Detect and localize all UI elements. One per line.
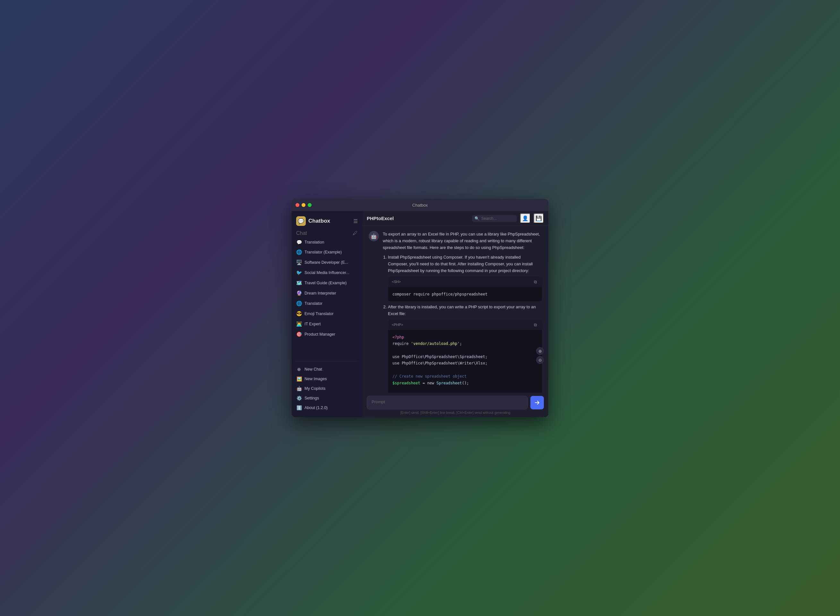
logo-emoji: 💬 bbox=[298, 218, 304, 224]
sidebar-section-label: Chat 🖊 bbox=[292, 229, 362, 238]
sidebar-item-label: Software Developer (E... bbox=[305, 260, 348, 265]
sidebar-item-translator[interactable]: 🌐 Translator bbox=[293, 298, 360, 309]
send-icon bbox=[535, 400, 539, 405]
sidebar-item-translator-example[interactable]: 🌐 Translator (Example) bbox=[293, 247, 360, 257]
expert-icon: 👨‍💻 bbox=[296, 321, 302, 327]
sidebar-header: 💬 Chatbox ☰ bbox=[292, 214, 362, 229]
sidebar-item-new-chat[interactable]: ⊕ New Chat bbox=[293, 364, 360, 374]
window-title: Chatbox bbox=[412, 203, 428, 208]
sidebar-item-it-expert[interactable]: 👨‍💻 IT Expert bbox=[293, 319, 360, 329]
input-area: [Enter] send, [Shift+Enter] line break, … bbox=[362, 393, 548, 417]
input-row bbox=[367, 396, 544, 409]
intro-text: To export an array to an Excel file in P… bbox=[383, 231, 542, 251]
sidebar-items: 💬 Translation 🌐 Translator (Example) 🖥️ … bbox=[292, 238, 362, 359]
sidebar-item-label: New Images bbox=[305, 377, 327, 381]
sidebar-divider bbox=[295, 361, 359, 361]
sidebar-item-label: Social Media Influencer... bbox=[305, 270, 349, 275]
message-body: To export an array to an Excel file in P… bbox=[383, 231, 542, 393]
sidebar-item-settings[interactable]: ⚙️ Settings bbox=[293, 393, 360, 403]
save-icon-button[interactable]: 💾 bbox=[534, 213, 544, 223]
code-lang-sh: <SH> bbox=[392, 279, 401, 285]
send-button[interactable] bbox=[531, 396, 544, 409]
sh-code: composer require phpoffice/phpspreadshee… bbox=[392, 292, 487, 296]
input-hint: [Enter] send, [Shift+Enter] line break, … bbox=[367, 409, 544, 415]
sidebar-item-social-media[interactable]: 🐦 Social Media Influencer... bbox=[293, 268, 360, 278]
search-box: 🔍 bbox=[472, 215, 517, 222]
avatar: 🤖 bbox=[369, 231, 379, 241]
person-icon-button[interactable]: 👤 bbox=[520, 213, 531, 223]
sidebar-item-label: My Copilots bbox=[305, 386, 325, 391]
chat-icon: 💬 bbox=[296, 240, 302, 245]
sidebar-item-software-dev[interactable]: 🖥️ Software Developer (E... bbox=[293, 257, 360, 268]
search-input[interactable] bbox=[481, 216, 515, 221]
main-header: PHPtoExcel 🔍 👤 💾 bbox=[362, 211, 548, 226]
scroll-controls: ⊕ ⊖ bbox=[536, 347, 544, 364]
sidebar-item-about[interactable]: ℹ️ About (1.2.0) bbox=[293, 403, 360, 412]
step2-text: After the library is installed, you can … bbox=[388, 305, 536, 316]
sidebar-logo: 💬 Chatbox bbox=[296, 216, 330, 226]
sidebar-item-label: Travel Guide (Example) bbox=[305, 281, 347, 285]
sidebar-item-label: New Chat bbox=[305, 367, 322, 371]
main-content: PHPtoExcel 🔍 👤 💾 🤖 To bbox=[362, 211, 548, 417]
chat-title: PHPtoExcel bbox=[367, 216, 469, 221]
code-lang-php: <PHP> bbox=[392, 322, 403, 328]
robot-icon: 🤖 bbox=[296, 386, 302, 391]
bird-icon: 🐦 bbox=[296, 270, 302, 276]
chat-area: 🤖 To export an array to an Excel file in… bbox=[362, 226, 548, 393]
sidebar-item-new-images[interactable]: 🖼️ New Images bbox=[293, 374, 360, 384]
sidebar-item-label: Dream Interpreter bbox=[305, 291, 336, 295]
minimize-button[interactable] bbox=[302, 203, 305, 207]
step-2: After the library is installed, you can … bbox=[388, 304, 542, 393]
sidebar-item-label: IT Expert bbox=[305, 322, 321, 326]
chat-wrapper: 🤖 To export an array to an Excel file in… bbox=[362, 226, 548, 393]
code-body-php: <?php require 'vendor/autoload.php'; use… bbox=[388, 330, 542, 393]
sidebar-item-translation[interactable]: 💬 Translation bbox=[293, 238, 360, 247]
image-icon: 🖼️ bbox=[296, 376, 302, 381]
code-body-sh: composer require phpoffice/phpspreadshee… bbox=[388, 287, 542, 301]
scroll-down-button[interactable]: ⊖ bbox=[536, 356, 544, 364]
app-window: Chatbox 💬 Chatbox ☰ Chat 🖊 💬 bbox=[292, 199, 548, 417]
sidebar-menu-icon[interactable]: ☰ bbox=[353, 218, 358, 224]
sidebar-item-label: Translation bbox=[305, 240, 324, 245]
app-body: 💬 Chatbox ☰ Chat 🖊 💬 Translation 🌐 Trans… bbox=[292, 211, 548, 417]
map-icon: 🗺️ bbox=[296, 280, 302, 286]
globe2-icon: 🌐 bbox=[296, 301, 302, 307]
sidebar: 💬 Chatbox ☰ Chat 🖊 💬 Translation 🌐 Trans… bbox=[292, 211, 362, 417]
logo-text: Chatbox bbox=[308, 218, 330, 224]
step1-text: Install PhpSpreadsheet using Composer. I… bbox=[388, 255, 533, 273]
sidebar-item-label: Emoji Translator bbox=[305, 311, 333, 316]
steps-list: Install PhpSpreadsheet using Composer. I… bbox=[383, 254, 542, 393]
new-chat-plus-icon[interactable]: 🖊 bbox=[353, 230, 358, 236]
sidebar-item-my-copilots[interactable]: 🤖 My Copilots bbox=[293, 384, 360, 393]
prompt-input[interactable] bbox=[367, 396, 528, 409]
sidebar-item-travel-guide[interactable]: 🗺️ Travel Guide (Example) bbox=[293, 278, 360, 288]
sidebar-bottom: ⊕ New Chat 🖼️ New Images 🤖 My Copilots ⚙… bbox=[292, 363, 362, 414]
copy-button-php[interactable]: ⧉ bbox=[533, 322, 538, 328]
traffic-lights bbox=[296, 203, 312, 207]
titlebar: Chatbox bbox=[292, 199, 548, 211]
sunglasses-icon: 😎 bbox=[296, 311, 302, 317]
scroll-up-button[interactable]: ⊕ bbox=[536, 347, 544, 355]
maximize-button[interactable] bbox=[308, 203, 312, 207]
search-icon: 🔍 bbox=[475, 216, 479, 221]
sidebar-item-label: Product Manager bbox=[305, 332, 335, 337]
gear-icon: ⚙️ bbox=[296, 396, 302, 401]
code-block-php: <PHP> ⧉ <?php require 'vendor/autoload.p… bbox=[388, 320, 542, 393]
sidebar-item-label: Settings bbox=[305, 396, 319, 400]
globe-icon: 🌐 bbox=[296, 249, 302, 255]
target-icon: 🎯 bbox=[296, 331, 302, 337]
close-button[interactable] bbox=[296, 203, 299, 207]
logo-icon: 💬 bbox=[296, 216, 306, 226]
copy-button-sh[interactable]: ⧉ bbox=[533, 279, 538, 285]
sidebar-item-label: Translator (Example) bbox=[305, 250, 342, 254]
sidebar-item-product-manager[interactable]: 🎯 Product Manager bbox=[293, 329, 360, 339]
sidebar-item-emoji-translator[interactable]: 😎 Emoji Translator bbox=[293, 309, 360, 319]
code-header-sh: <SH> ⧉ bbox=[388, 277, 542, 287]
sidebar-item-dream-interpreter[interactable]: 🔮 Dream Interpreter bbox=[293, 288, 360, 298]
sidebar-item-label: About (1.2.0) bbox=[305, 406, 328, 410]
bot-avatar-emoji: 🤖 bbox=[371, 233, 377, 239]
code-header-php: <PHP> ⧉ bbox=[388, 320, 542, 330]
crystal-icon: 🔮 bbox=[296, 290, 302, 296]
code-block-sh: <SH> ⧉ composer require phpoffice/phpspr… bbox=[388, 277, 542, 301]
sidebar-item-label: Translator bbox=[305, 301, 323, 306]
